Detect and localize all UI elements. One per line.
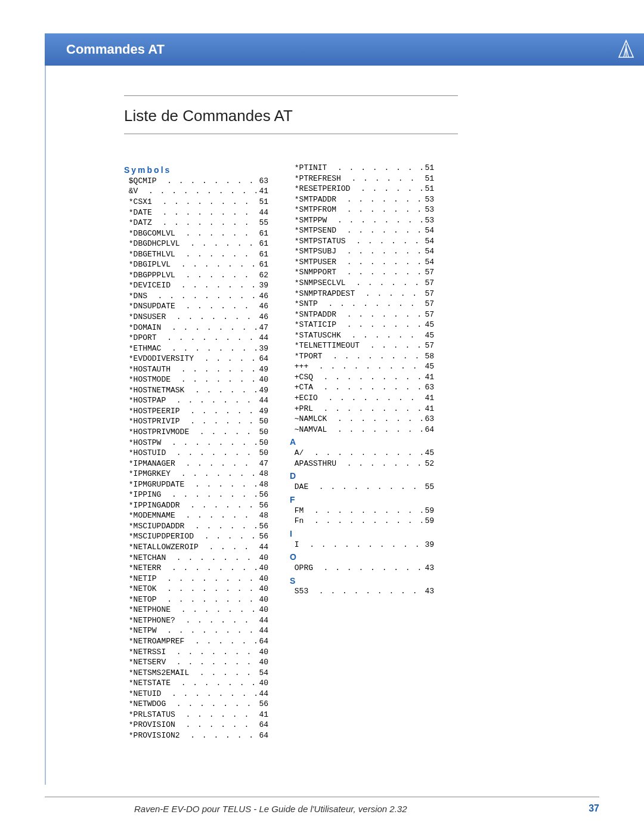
index-entry-page: 40	[256, 678, 268, 689]
index-entry-page: 40	[256, 553, 268, 563]
index-entry-leader	[143, 186, 256, 197]
index-entry: A/ 45	[290, 448, 434, 459]
index-entry-page: 50	[256, 416, 268, 427]
index-entry-page: 44	[256, 395, 268, 406]
index-entry: *NETOP 40	[124, 594, 268, 605]
index-entry-leader	[166, 323, 256, 333]
index-entry-command: $QCMIP	[124, 176, 161, 187]
index-entry-page: 63	[256, 176, 268, 187]
index-entry: S53 43	[290, 586, 434, 597]
index-entry-page: 50	[256, 438, 268, 448]
index-entry-command: *MODEMNAME	[124, 510, 180, 521]
index-entry-command: *HOSTMODE	[124, 374, 175, 385]
index-entry-command: *HOSTPRIVMODE	[124, 427, 194, 438]
index-entry-leader	[364, 340, 423, 351]
section-rule-top	[124, 95, 458, 96]
index-entry-leader	[323, 393, 423, 404]
index-entry-leader	[308, 506, 422, 516]
index-entry-leader	[161, 574, 256, 584]
index-entry-command: *RESETPERIOD	[290, 184, 355, 194]
index-entry-page: 64	[256, 720, 268, 730]
index-entry-leader	[166, 490, 256, 500]
index-entry: *NETPW 44	[124, 625, 268, 636]
index-entry: FM 59	[290, 506, 434, 516]
index-entry: *SNTPADDR 57	[290, 309, 434, 320]
index-entry: *IPPINGADDR 56	[124, 500, 268, 511]
index-entry-command: *NETOK	[124, 584, 161, 594]
index-entry: *SMTPSUBJ 54	[290, 246, 434, 257]
index-entry-page: 41	[256, 710, 268, 720]
sidebar-rule	[45, 33, 46, 785]
index-entry-command: *NETPW	[124, 625, 161, 636]
index-entry-leader	[175, 605, 257, 615]
header-bar: Commandes AT	[45, 33, 644, 66]
index-entry: *DATZ 55	[124, 218, 268, 228]
index-entry-command: *SMTPSEND	[290, 225, 341, 236]
index-entry: *SMTPSEND 54	[290, 225, 434, 236]
index-entry: I 39	[290, 540, 434, 550]
index-entry-page: 54	[422, 246, 434, 257]
index-entry-page: 61	[256, 228, 268, 239]
index-entry-command: FM	[290, 506, 308, 516]
index-entry-leader	[166, 563, 256, 574]
index-entry-command: +PRL	[290, 404, 318, 414]
index-entry-page: 43	[422, 563, 434, 574]
index-entry-leader	[180, 301, 257, 312]
index-entry-leader	[171, 448, 256, 459]
index-entry-command: *SMTPUSER	[290, 257, 341, 268]
index-entry-page: 52	[422, 459, 434, 469]
index-entry: *RESETPERIOD 51	[290, 184, 434, 194]
index-entry: *SMTPADDR 53	[290, 194, 434, 205]
index-entry-page: 56	[256, 490, 268, 500]
index-entry: *MSCIUPDPERIOD 56	[124, 531, 268, 542]
index-entry-page: 64	[422, 425, 434, 435]
index-entry-command: *DOMAIN	[124, 323, 166, 333]
index-entry-page: 40	[256, 594, 268, 605]
index-entry-leader	[355, 184, 422, 194]
index-entry-page: 44	[256, 625, 268, 636]
index-entry-leader	[184, 416, 256, 427]
index-entry-page: 47	[256, 323, 268, 333]
index-entry-command: *SMTPPW	[290, 215, 332, 226]
index-entry-leader	[332, 425, 422, 435]
content-area: Liste de Commandes AT Symbols $QCMIP 63 …	[124, 95, 458, 741]
index-entry-page: 63	[422, 382, 434, 393]
index-entry: *NETSMS2EMAIL 54	[124, 668, 268, 679]
index-entry: *IPMGRUPDATE 48	[124, 479, 268, 490]
index-entry-page: 44	[256, 208, 268, 218]
index-entry: *HOSTUID 50	[124, 448, 268, 459]
index-entry-page: 45	[422, 330, 434, 341]
index-entry-command: *NETPHONE?	[124, 615, 180, 626]
index-entry-leader	[327, 351, 422, 362]
index-entry-leader	[184, 406, 256, 417]
index-columns: Symbols $QCMIP 63 &V 41 *CSX1 51 *DATE 4…	[124, 163, 458, 741]
index-column-1: Symbols $QCMIP 63 &V 41 *CSX1 51 *DATE 4…	[124, 163, 268, 741]
index-entry: *NETRSSI 40	[124, 647, 268, 658]
index-entry: +CSQ 41	[290, 372, 434, 383]
index-entry-page: 50	[256, 448, 268, 459]
index-entry: *DBGPPPLVL 62	[124, 270, 268, 281]
index-entry-command: *TELNETTIMEOUT	[290, 340, 364, 351]
index-entry-leader	[180, 270, 257, 281]
index-entry-page: 40	[256, 647, 268, 658]
index-entry-command: *IPPING	[124, 490, 166, 500]
index-entry-leader	[166, 689, 256, 699]
index-entry-page: 54	[422, 225, 434, 236]
index-entry-leader	[346, 330, 423, 341]
index-entry-page: 51	[422, 174, 434, 184]
index-entry-leader	[184, 239, 256, 249]
index-entry-command: *STATUSCHK	[290, 330, 346, 341]
index-entry-page: 39	[422, 540, 434, 550]
index-entry-command: *TPORT	[290, 351, 327, 362]
index-entry-leader	[171, 395, 256, 406]
index-entry-command: *MSCIUPDADDR	[124, 521, 189, 532]
index-entry-page: 57	[422, 267, 434, 278]
index-entry-leader	[180, 720, 257, 730]
index-entry: *STATICIP 45	[290, 320, 434, 330]
index-entry-page: 53	[422, 194, 434, 205]
index-entry-command: Fn	[290, 516, 308, 527]
index-entry-command: *IPPINGADDR	[124, 500, 184, 511]
index-entry-leader	[184, 730, 256, 741]
index-entry-command: *NETRSSI	[124, 647, 171, 658]
index-entry-command: *SNTP	[290, 299, 323, 309]
